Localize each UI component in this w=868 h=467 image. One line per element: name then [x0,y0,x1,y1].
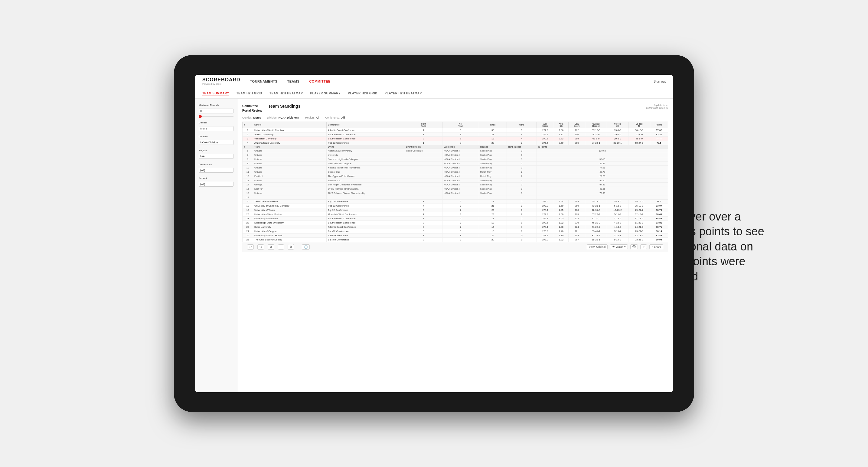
vs50-cell: 46-5-0 [628,136,650,141]
table-row[interactable]: 22 Mississippi State University Southeas… [243,220,668,225]
feedback-icon: 💬 [632,245,636,248]
table-row[interactable]: 23 Duke University Atlantic Coast Confer… [243,225,668,229]
sub-nav-player-summary[interactable]: PLAYER SUMMARY [310,91,341,96]
sign-out-button[interactable]: Sign out [654,80,666,83]
conference-select[interactable]: (All) [199,168,234,173]
th-wins: Wins [507,122,537,128]
table-row[interactable]: 26 The Ohio State University Big Ten Con… [243,238,668,242]
exp-team: Univers [253,161,326,165]
avg-sg-cell: 2.50 [554,141,568,145]
overall-cell: 55-23-1 [585,238,607,242]
nav-teams[interactable]: TEAMS [287,79,300,84]
watch-button[interactable]: 👁 Watch ▾ [610,244,628,249]
table-row[interactable]: 25 University of North Florida ASUN Conf… [243,233,668,238]
avg-sg-cell: 1.38 [554,225,568,229]
exp-division [405,195,442,199]
expanded-data-row: 8 Univers Southern Highlands Collegiate … [243,157,668,161]
points-cell[interactable]: 90.30 [650,136,668,141]
points-cell[interactable]: 76.2 [650,199,668,204]
exp-num: 11 [243,170,253,174]
vs50-cell: 23-21-0 [628,229,650,233]
table-row[interactable]: 3 Vanderbilt University Southeastern Con… [243,136,668,141]
undo-button[interactable]: ↩ [247,244,254,250]
points-cell[interactable]: 80.94 [650,238,668,242]
add-button[interactable]: + [278,244,284,250]
conf-rank-cell: 1 [405,128,442,132]
exp-num: 16 [243,191,253,195]
table-row[interactable]: 4 Arizona State University Pac-12 Confer… [243,141,668,145]
nav-committee[interactable]: COMMITTEE [309,79,331,84]
feedback-button[interactable]: 💬 [630,244,638,249]
report-area: Committee Portal Review Team Standings U… [238,99,673,392]
exp-division [405,178,442,182]
sub-nav-player-h2h-heatmap[interactable]: PLAYER H2H HEATMAP [385,91,422,96]
time-button[interactable]: 🕐 [302,244,310,250]
rank-cell: 1 [243,128,253,132]
low-score-cell: 270 [568,220,585,225]
points-cell[interactable]: 83.81 [650,220,668,225]
sub-nav-team-h2h-grid[interactable]: TEAM H2H GRID [236,91,262,96]
conference-cell: Big 12 Conference [327,199,405,204]
table-row[interactable]: 1 University of North Carolina Atlantic … [243,128,668,132]
points-cell[interactable]: 83.89 [650,233,668,238]
avg-sg-cell: 1.45 [554,216,568,220]
avg-sg-cell: 1.60 [554,204,568,208]
slider-thumb [199,115,202,118]
points-cell[interactable]: 93.31 [650,132,668,136]
table-row[interactable]: 5 Texas Tech University Big 12 Conferenc… [243,199,668,204]
overall-cell: 42-31-3 [585,208,607,212]
sub-nav-team-h2h-heatmap[interactable]: TEAM H2H HEATMAP [270,91,303,96]
region-select[interactable]: N/A [199,154,234,159]
points-cell[interactable]: 78.5 [650,141,668,145]
minimum-rounds-label: Minimum Rounds [199,104,234,106]
wins-cell: 0 [507,238,537,242]
copy-button[interactable]: ⧉ [288,244,294,250]
rank-cell: 21 [243,216,253,220]
gender-select[interactable]: Men's Women's [199,126,234,131]
minimum-rounds-input[interactable] [199,108,234,114]
exp-type: NCAA Division I [442,165,479,170]
conf-rank-cell: 7 [405,216,442,220]
share-button[interactable]: ↑ Share [649,244,663,249]
exp-th-division: Event Division [405,145,442,149]
vs25-cell: 9-14-0 [607,238,628,242]
sub-nav-team-summary[interactable]: TEAM SUMMARY [202,91,229,96]
reset-button[interactable]: ↺ [268,244,274,250]
exp-type: NCAA Division I [442,182,479,187]
view-original-button[interactable]: View: Original [587,244,608,249]
redo-button[interactable]: ↪ [257,244,264,250]
exp-event: Amer An Intercollegiate [327,161,405,165]
expand-button[interactable]: ⤢ [640,244,647,249]
table-row[interactable]: 2 Auburn University Southeastern Confere… [243,132,668,136]
points-cell[interactable]: 88.70 [650,208,668,212]
points-cell[interactable]: 88.49 [650,212,668,216]
exp-event: University [327,153,405,157]
points-cell[interactable]: 88.14 [650,229,668,233]
avg-sg-cell: 1.32 [554,220,568,225]
filter-gender-value: Men's [253,116,261,119]
adj-score-cell: 272.3 [537,132,554,136]
conference-cell: Atlantic Coast Conference [327,128,405,132]
points-cell[interactable]: 97.02 [650,128,668,132]
table-row[interactable]: 20 University of New Mexico Mountain Wes… [243,212,668,216]
exp-team: Univers [253,157,326,161]
points-cell[interactable]: 88.71 [650,225,668,229]
table-row[interactable]: 19 University of Texas Big 12 Conference… [243,208,668,212]
th-rank: # [243,122,253,128]
rounds-slider[interactable] [199,116,234,117]
sub-nav-player-h2h-grid[interactable]: PLAYER H2H GRID [348,91,377,96]
table-row[interactable]: 24 University of Oregon Pac-12 Conferenc… [243,229,668,233]
table-row[interactable]: 18 University of California, Berkeley Pa… [243,204,668,208]
exp-points: 42.73 [537,170,668,174]
nav-tournaments[interactable]: TOURNAMENTS [250,79,278,84]
conference-cell: Pac-12 Conference [327,229,405,233]
watch-label: Watch [616,245,623,248]
school-select[interactable]: (All) [199,182,234,187]
division-select[interactable]: NCAA Division I [199,140,234,145]
committee-portal-title: Committee Portal Review [242,104,262,113]
points-cell[interactable]: 88.48 [650,216,668,220]
tours-cell: 6 [442,216,479,220]
avg-sg-cell: 1.50 [554,212,568,216]
table-row[interactable]: 21 University of Alabama Southeastern Co… [243,216,668,220]
points-cell[interactable]: 83.07 [650,204,668,208]
